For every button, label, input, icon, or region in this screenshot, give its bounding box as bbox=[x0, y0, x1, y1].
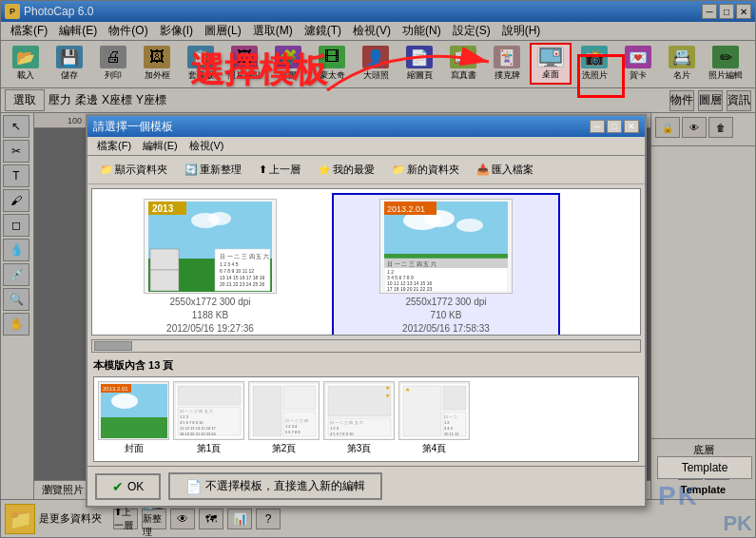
uplevel-icon: ⬆ bbox=[259, 163, 267, 176]
svg-text:2013.2.01: 2013.2.01 bbox=[387, 204, 425, 214]
scroll-thumb[interactable] bbox=[94, 341, 132, 351]
favorite-label: 我的最愛 bbox=[333, 163, 375, 177]
show-folder-label: 顯示資料夾 bbox=[115, 163, 167, 177]
modal-menu-view[interactable]: 檢視(V) bbox=[184, 137, 230, 155]
modal-title-controls: ─ □ ✕ bbox=[590, 120, 639, 133]
svg-point-35 bbox=[111, 394, 138, 409]
page-item-cover[interactable]: 2013.2.01 封面 bbox=[98, 381, 169, 457]
skip-button[interactable]: 📄 不選擇模板，直接進入新的編輯 bbox=[168, 472, 382, 500]
ok-button[interactable]: ✔ OK bbox=[95, 473, 161, 500]
show-folder-button[interactable]: 📁 顯示資料夾 bbox=[93, 160, 174, 180]
new-folder-button[interactable]: 📁 新的資料夾 bbox=[385, 160, 466, 180]
svg-rect-62 bbox=[403, 386, 441, 436]
uplevel-button[interactable]: ⬆ 上一層 bbox=[252, 160, 307, 180]
svg-rect-47 bbox=[253, 386, 281, 436]
modal-title: 請選擇一個模板 bbox=[93, 119, 173, 135]
svg-text:4  5  6  7  8  9 10: 4 5 6 7 8 9 10 bbox=[330, 432, 354, 436]
uplevel-label: 上一層 bbox=[269, 163, 300, 177]
svg-text:日 一 二: 日 一 二 bbox=[444, 414, 457, 419]
modal-overlay: 請選擇一個模板 ─ □ ✕ 檔案(F) 編輯(E) 檢視(V) 📁 顯示資料夾 bbox=[0, 0, 756, 538]
pages-title: 本模版內含 13 頁 bbox=[93, 358, 639, 373]
app-window: P PhotoCap 6.0 ─ □ ✕ 檔案(F) 編輯(E) 物件(O) 影… bbox=[0, 0, 756, 538]
annotation-text: 選擇模板 bbox=[190, 50, 327, 89]
modal-maximize[interactable]: □ bbox=[607, 120, 622, 133]
favorite-icon: ⭐ bbox=[318, 163, 331, 176]
favorite-button[interactable]: ⭐ 我的最愛 bbox=[311, 160, 381, 180]
file-grid-scrollbar[interactable] bbox=[91, 339, 641, 353]
modal-buttons: ✔ OK 📄 不選擇模板，直接進入新的編輯 bbox=[87, 466, 645, 506]
skip-doc-icon: 📄 bbox=[185, 479, 202, 494]
svg-text:2013: 2013 bbox=[152, 203, 174, 214]
refresh-label: 重新整理 bbox=[200, 163, 242, 177]
template-side-text: Template bbox=[682, 461, 728, 474]
import-button[interactable]: 📥 匯入檔案 bbox=[470, 160, 540, 180]
page-label-1: 第1頁 bbox=[197, 442, 222, 455]
page-label-cover: 封面 bbox=[125, 442, 144, 455]
modal-close[interactable]: ✕ bbox=[624, 120, 639, 133]
modal-menu-edit[interactable]: 編輯(E) bbox=[137, 137, 184, 155]
svg-text:11 12 13 14 15 16 17: 11 12 13 14 15 16 17 bbox=[180, 426, 217, 431]
page-item-2[interactable]: 日 一 二 三 四 1 2 3 4 5 6 7 8 9 第2頁 bbox=[248, 381, 320, 457]
page-thumb-cover: 2013.2.01 bbox=[98, 381, 169, 440]
svg-text:1  2  3: 1 2 3 bbox=[330, 426, 339, 431]
show-folder-icon: 📁 bbox=[100, 163, 113, 176]
ok-checkmark-icon: ✔ bbox=[112, 479, 124, 494]
file-item-2[interactable]: 2013.2.01 日 一 二 三 四 五 六 1 2 3 4 5 6 7 8 … bbox=[332, 193, 560, 336]
svg-text:1  2: 1 2 bbox=[444, 420, 450, 425]
svg-text:6  7  8  9 10 11 12: 6 7 8 9 10 11 12 bbox=[220, 268, 254, 274]
svg-point-23 bbox=[456, 219, 483, 232]
page-thumb-4: 日 一 二 1 2 3 4 5 10 11 12 ★ bbox=[398, 381, 470, 440]
modal-menu: 檔案(F) 編輯(E) 檢視(V) bbox=[87, 137, 645, 156]
svg-text:17 18 19 20 21 22 23: 17 18 19 20 21 22 23 bbox=[387, 286, 432, 292]
import-label: 匯入檔案 bbox=[492, 163, 533, 177]
annotation-arrow bbox=[318, 33, 508, 100]
page-item-4[interactable]: 日 一 二 1 2 3 4 5 10 11 12 ★ 第4頁 bbox=[398, 381, 470, 457]
pk-text: PK bbox=[658, 481, 699, 510]
svg-text:1  2  3  4  5: 1 2 3 4 5 bbox=[220, 261, 239, 267]
page-thumb-3: 日 一 二 三 四 五 六 1 2 3 4 5 6 7 8 9 10 ★ ★ bbox=[323, 381, 395, 440]
modal-toolbar: 📁 顯示資料夾 🔄 重新整理 ⬆ 上一層 ⭐ 我的最愛 📁 新的資料夾 bbox=[87, 156, 645, 184]
page-label-3: 第3頁 bbox=[347, 442, 372, 455]
svg-rect-48 bbox=[283, 386, 316, 410]
svg-text:日 一 二 三 四 五 六: 日 一 二 三 四 五 六 bbox=[387, 260, 436, 267]
template-modal: 請選擇一個模板 ─ □ ✕ 檔案(F) 編輯(E) 檢視(V) 📁 顯示資料夾 bbox=[86, 114, 647, 508]
file-thumb-2: 2013.2.01 日 一 二 三 四 五 六 1 2 3 4 5 6 7 8 … bbox=[379, 199, 513, 294]
file-thumb-1: 2013 日 一 二 三 四 五 六 1 2 3 4 5 bbox=[144, 199, 277, 294]
file-info-2: 2550x1772 300 dpi710 KB2012/05/16 17:58:… bbox=[402, 296, 490, 336]
svg-text:日 一 二 三 四 五 六: 日 一 二 三 四 五 六 bbox=[330, 420, 363, 425]
file-grid: 2013 日 一 二 三 四 五 六 1 2 3 4 5 bbox=[91, 188, 641, 336]
svg-text:★: ★ bbox=[385, 393, 390, 398]
new-folder-label: 新的資料夾 bbox=[407, 163, 459, 177]
pk-watermark-display: PK bbox=[658, 481, 699, 511]
toolbar-highlight-box bbox=[577, 54, 625, 98]
svg-rect-11 bbox=[150, 249, 179, 270]
pages-section: 本模版內含 13 頁 2013.2.01 bbox=[87, 355, 645, 466]
svg-text:日 一 二 三 四: 日 一 二 三 四 bbox=[285, 418, 308, 423]
refresh-icon: 🔄 bbox=[184, 163, 198, 176]
svg-text:★: ★ bbox=[385, 385, 390, 391]
svg-rect-63 bbox=[443, 386, 466, 410]
annotation-container: 選擇模板 bbox=[190, 48, 327, 94]
svg-text:13 14 15 16 17 18 19: 13 14 15 16 17 18 19 bbox=[220, 275, 264, 280]
file-info-1: 2550x1772 300 dpi1188 KB2012/05/16 19:27… bbox=[166, 296, 254, 336]
modal-menu-file[interactable]: 檔案(F) bbox=[91, 137, 137, 155]
svg-text:5  6  7  8 9: 5 6 7 8 9 bbox=[285, 430, 300, 434]
file-item-1[interactable]: 2013 日 一 二 三 四 五 六 1 2 3 4 5 bbox=[96, 193, 324, 336]
import-icon: 📥 bbox=[476, 163, 490, 176]
page-item-1[interactable]: 日 一 二 三 四 五 六 1 2 3 4 5 6 7 8 9 10 11 12… bbox=[173, 381, 244, 457]
svg-text:1  2  3: 1 2 3 bbox=[180, 414, 189, 419]
svg-text:1  2  3  4: 1 2 3 4 bbox=[285, 424, 298, 429]
refresh-button[interactable]: 🔄 重新整理 bbox=[178, 160, 248, 180]
svg-rect-12 bbox=[150, 270, 179, 291]
svg-text:2013.2.01: 2013.2.01 bbox=[103, 386, 128, 392]
svg-text:18 19 20 21 22 23 24: 18 19 20 21 22 23 24 bbox=[180, 432, 217, 436]
page-thumb-2: 日 一 二 三 四 1 2 3 4 5 6 7 8 9 bbox=[248, 381, 320, 440]
ok-label: OK bbox=[127, 480, 144, 493]
svg-text:★: ★ bbox=[405, 387, 410, 393]
page-item-3[interactable]: 日 一 二 三 四 五 六 1 2 3 4 5 6 7 8 9 10 ★ ★ 第… bbox=[323, 381, 395, 457]
modal-minimize[interactable]: ─ bbox=[590, 120, 605, 133]
svg-rect-39 bbox=[178, 386, 241, 405]
pages-strip: 2013.2.01 封面 日 bbox=[93, 376, 639, 462]
svg-rect-54 bbox=[328, 386, 391, 416]
page-label-2: 第2頁 bbox=[272, 442, 297, 455]
